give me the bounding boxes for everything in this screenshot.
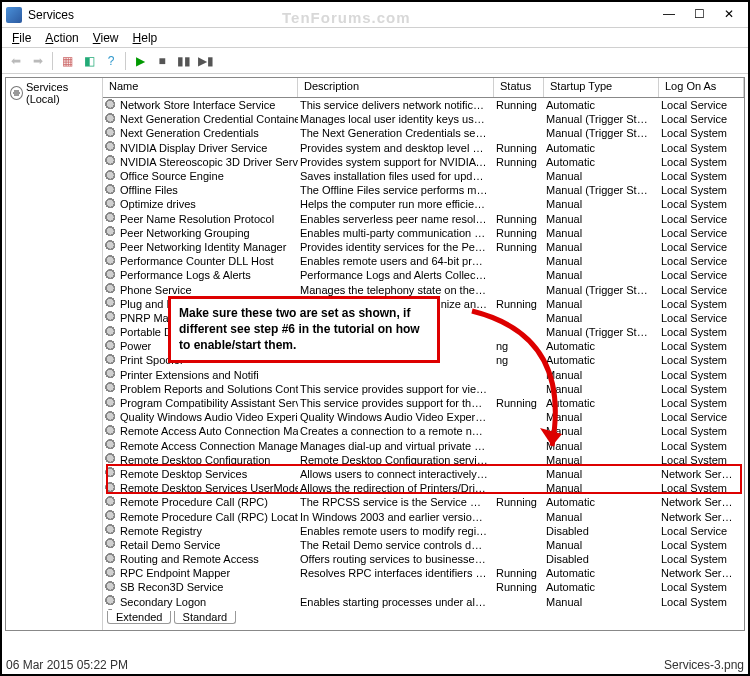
col-startup[interactable]: Startup Type bbox=[544, 78, 659, 97]
service-icon bbox=[105, 439, 118, 452]
forward-button[interactable]: ➡ bbox=[28, 51, 48, 71]
service-logon: Local System bbox=[659, 298, 744, 310]
service-logon: Local System bbox=[659, 198, 744, 210]
service-icon bbox=[105, 354, 118, 367]
table-row[interactable]: Secondary LogonEnables starting processe… bbox=[103, 595, 744, 609]
service-icon bbox=[105, 595, 118, 608]
service-desc: Enables serverless peer name resolution … bbox=[298, 213, 494, 225]
tabs: Extended Standard bbox=[103, 610, 744, 630]
service-name: Next Generation Credentials bbox=[120, 127, 259, 139]
minimize-button[interactable] bbox=[654, 5, 684, 25]
service-status: Running bbox=[494, 581, 544, 593]
service-logon: Local Service bbox=[659, 411, 744, 423]
table-row[interactable]: Remote Desktop Services UserMode Port Re… bbox=[103, 481, 744, 495]
back-button[interactable]: ⬅ bbox=[6, 51, 26, 71]
table-row[interactable]: Quality Windows Audio Video ExperienceQu… bbox=[103, 410, 744, 424]
table-row[interactable]: Remote Procedure Call (RPC) LocatorIn Wi… bbox=[103, 509, 744, 523]
service-icon bbox=[105, 553, 118, 566]
menu-help[interactable]: Help bbox=[127, 30, 164, 46]
service-startup: Automatic bbox=[544, 581, 659, 593]
service-startup: Manual bbox=[544, 369, 659, 381]
service-name: Performance Counter DLL Host bbox=[120, 255, 274, 267]
service-icon bbox=[105, 297, 118, 310]
table-row[interactable]: Performance Logs & AlertsPerformance Log… bbox=[103, 268, 744, 282]
menu-view[interactable]: View bbox=[87, 30, 125, 46]
service-status: Running bbox=[494, 227, 544, 239]
service-icon bbox=[105, 538, 118, 551]
maximize-button[interactable] bbox=[684, 5, 714, 25]
table-row[interactable]: Remote Access Auto Connection ManagerCre… bbox=[103, 424, 744, 438]
close-button[interactable] bbox=[714, 5, 744, 25]
col-description[interactable]: Description bbox=[298, 78, 494, 97]
service-icon bbox=[105, 411, 118, 424]
table-row[interactable]: NVIDIA Display Driver ServiceProvides sy… bbox=[103, 141, 744, 155]
table-row[interactable]: Remote Access Connection ManagerManages … bbox=[103, 439, 744, 453]
table-row[interactable]: Remote Desktop ConfigurationRemote Deskt… bbox=[103, 453, 744, 467]
table-row[interactable]: Routing and Remote AccessOffers routing … bbox=[103, 552, 744, 566]
service-name: Remote Procedure Call (RPC) bbox=[120, 496, 268, 508]
table-row[interactable]: Performance Counter DLL HostEnables remo… bbox=[103, 254, 744, 268]
service-icon bbox=[105, 113, 118, 126]
service-desc: Remote Desktop Configuration service (RD… bbox=[298, 454, 494, 466]
service-startup: Manual bbox=[544, 411, 659, 423]
col-status[interactable]: Status bbox=[494, 78, 544, 97]
service-icon bbox=[105, 496, 118, 509]
service-status: Running bbox=[494, 298, 544, 310]
menu-action[interactable]: Action bbox=[39, 30, 84, 46]
table-row[interactable]: NVIDIA Stereoscopic 3D Driver ServicePro… bbox=[103, 155, 744, 169]
table-row[interactable]: Phone ServiceManages the telephony state… bbox=[103, 282, 744, 296]
table-row[interactable]: Retail Demo ServiceThe Retail Demo servi… bbox=[103, 538, 744, 552]
service-icon bbox=[105, 170, 118, 183]
service-name: Phone Service bbox=[120, 284, 192, 296]
stop-button[interactable]: ■ bbox=[152, 51, 172, 71]
table-row[interactable]: Remote Procedure Call (RPC)The RPCSS ser… bbox=[103, 495, 744, 509]
restart-button[interactable]: ▶▮ bbox=[196, 51, 216, 71]
tree-node-services[interactable]: Services (Local) bbox=[8, 80, 100, 106]
service-desc: The Next Generation Credentials service … bbox=[298, 127, 494, 139]
table-row[interactable]: Problem Reports and Solutions Control Pa… bbox=[103, 382, 744, 396]
export-button[interactable]: ◧ bbox=[79, 51, 99, 71]
service-icon bbox=[105, 340, 118, 353]
table-row[interactable]: RPC Endpoint MapperResolves RPC interfac… bbox=[103, 566, 744, 580]
table-row[interactable]: Offline FilesThe Offline Files service p… bbox=[103, 183, 744, 197]
properties-button[interactable]: ▦ bbox=[57, 51, 77, 71]
col-name[interactable]: Name bbox=[103, 78, 298, 97]
service-icon bbox=[105, 212, 118, 225]
service-logon: Local System bbox=[659, 581, 744, 593]
table-row[interactable]: Next Generation Credential Container Ser… bbox=[103, 112, 744, 126]
menu-file[interactable]: File bbox=[6, 30, 37, 46]
table-row[interactable]: Remote Desktop ServicesAllows users to c… bbox=[103, 467, 744, 481]
service-icon bbox=[105, 269, 118, 282]
table-row[interactable]: Program Compatibility Assistant ServiceT… bbox=[103, 396, 744, 410]
table-row[interactable]: Peer Name Resolution ProtocolEnables ser… bbox=[103, 212, 744, 226]
service-logon: Local Service bbox=[659, 312, 744, 324]
service-logon: Network Service bbox=[659, 511, 744, 523]
col-logon[interactable]: Log On As bbox=[659, 78, 744, 97]
table-row[interactable]: Remote RegistryEnables remote users to m… bbox=[103, 524, 744, 538]
table-row[interactable]: SB Recon3D ServiceRunningAutomaticLocal … bbox=[103, 580, 744, 594]
service-startup: Manual bbox=[544, 539, 659, 551]
help-button[interactable]: ? bbox=[101, 51, 121, 71]
service-status: Running bbox=[494, 156, 544, 168]
table-row[interactable]: Printer Extensions and NotifiManualLocal… bbox=[103, 368, 744, 382]
tab-extended[interactable]: Extended bbox=[107, 611, 171, 624]
table-row[interactable]: Peer Networking GroupingEnables multi-pa… bbox=[103, 226, 744, 240]
table-row[interactable]: Network Store Interface ServiceThis serv… bbox=[103, 98, 744, 112]
status-timestamp: 06 Mar 2015 05:22 PM bbox=[6, 658, 128, 672]
service-status: Running bbox=[494, 567, 544, 579]
separator bbox=[52, 52, 53, 70]
service-desc: Enables remote users to modify registry … bbox=[298, 525, 494, 537]
service-startup: Manual bbox=[544, 198, 659, 210]
service-desc: Performance Logs and Alerts Collects per… bbox=[298, 269, 494, 281]
start-button[interactable]: ▶ bbox=[130, 51, 150, 71]
table-row[interactable]: Optimize drivesHelps the computer run mo… bbox=[103, 197, 744, 211]
service-icon bbox=[105, 567, 118, 580]
table-row[interactable]: Next Generation CredentialsThe Next Gene… bbox=[103, 126, 744, 140]
service-name: Peer Name Resolution Protocol bbox=[120, 213, 274, 225]
separator bbox=[125, 52, 126, 70]
pause-button[interactable]: ▮▮ bbox=[174, 51, 194, 71]
table-row[interactable]: Peer Networking Identity ManagerProvides… bbox=[103, 240, 744, 254]
tab-standard[interactable]: Standard bbox=[174, 611, 237, 624]
table-row[interactable]: Office Source EngineSaves installation f… bbox=[103, 169, 744, 183]
service-desc: This service provides support for viewin… bbox=[298, 383, 494, 395]
